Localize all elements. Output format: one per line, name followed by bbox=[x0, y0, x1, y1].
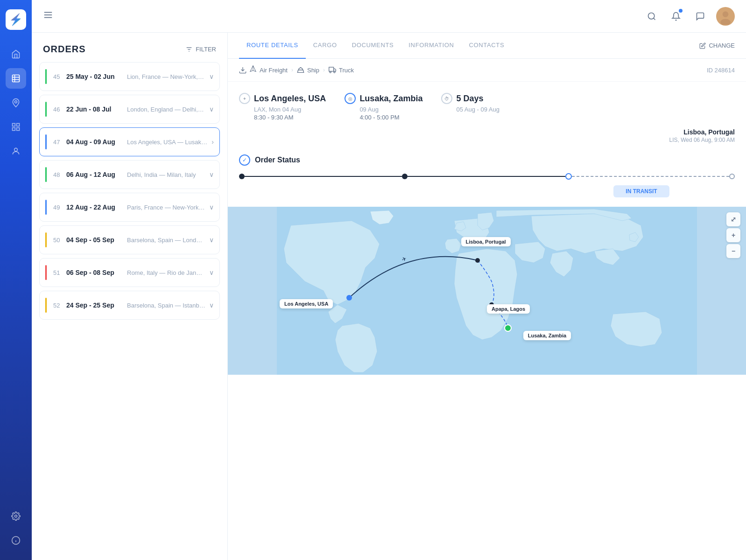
destination-time: 4:00 - 5:00 PM bbox=[359, 114, 422, 121]
bell-icon[interactable] bbox=[668, 8, 684, 25]
order-stripe bbox=[45, 232, 47, 247]
truck-label: Truck bbox=[339, 67, 354, 74]
svg-line-18 bbox=[654, 18, 655, 20]
order-dates: 06 Sep - 08 Sep bbox=[66, 269, 127, 276]
details-panel: ROUTE DETAILSCARGODOCUMENTSINFORMATIONCO… bbox=[228, 33, 746, 560]
order-chevron: ∨ bbox=[209, 171, 214, 178]
route-mode-ship: Ship bbox=[297, 66, 319, 74]
order-route: Los Angeles, USA — Lusaka, Za... bbox=[127, 139, 208, 146]
order-item-50[interactable]: 50 04 Sep - 05 Sep Barselona, Spain — Lo… bbox=[39, 225, 220, 254]
order-stripe bbox=[45, 200, 47, 215]
duration-icon: ⏱ bbox=[441, 93, 452, 104]
tab-cargo[interactable]: CARGO bbox=[306, 33, 345, 59]
order-item-47[interactable]: 47 04 Aug - 09 Aug Los Angeles, USA — Lu… bbox=[39, 127, 220, 156]
order-num: 45 bbox=[53, 73, 66, 80]
order-chevron: ∨ bbox=[209, 73, 214, 80]
order-route: Paris, France — New-York, USA bbox=[127, 204, 205, 211]
map-label-lagos: Apapa, Lagos bbox=[487, 304, 530, 314]
map-zoom-in-btn[interactable]: + bbox=[726, 228, 740, 242]
order-num: 52 bbox=[53, 302, 66, 309]
order-chevron: ∨ bbox=[209, 236, 214, 244]
nav-info[interactable] bbox=[6, 530, 26, 551]
waypoint-detail: LIS, Wed 06 Aug, 9:00 AM bbox=[239, 137, 735, 143]
nav-analytics[interactable] bbox=[6, 117, 26, 137]
order-item-46[interactable]: 46 22 Jun - 08 Jul London, England — Del… bbox=[39, 95, 220, 124]
notification-dot bbox=[679, 9, 683, 13]
order-num: 48 bbox=[53, 171, 66, 178]
order-route: Delhi, India — Milan, Italy bbox=[127, 171, 205, 178]
nav-icons bbox=[6, 44, 26, 506]
order-stripe bbox=[45, 298, 47, 313]
arrow-2: › bbox=[323, 67, 325, 73]
track-segment-1 bbox=[245, 176, 402, 177]
change-button[interactable]: CHANGE bbox=[699, 42, 735, 49]
nav-home[interactable] bbox=[6, 44, 26, 64]
map-label-lusaka: Lusaka, Zambia bbox=[523, 331, 571, 340]
nav-contacts[interactable] bbox=[6, 141, 26, 161]
order-stripe bbox=[45, 102, 47, 117]
svg-point-9 bbox=[14, 148, 18, 151]
order-route: London, England — Delhi, India bbox=[127, 106, 205, 113]
order-chevron: ∨ bbox=[209, 105, 214, 113]
menu-icon[interactable] bbox=[43, 10, 53, 22]
filter-button[interactable]: FILTER bbox=[185, 46, 216, 53]
svg-rect-0 bbox=[13, 75, 20, 82]
order-num: 50 bbox=[53, 237, 66, 244]
details-tabs: ROUTE DETAILSCARGODOCUMENTSINFORMATIONCO… bbox=[228, 33, 746, 59]
route-id: ID 248614 bbox=[707, 67, 735, 74]
order-route: Rome, Italy — Rio de Janeiro, Br... bbox=[127, 269, 205, 276]
nav-orders[interactable] bbox=[6, 68, 26, 89]
svg-rect-5 bbox=[13, 124, 15, 126]
status-label: Order Status bbox=[255, 156, 300, 164]
order-dates: 12 Aug - 22 Aug bbox=[66, 203, 127, 211]
svg-point-32 bbox=[346, 295, 352, 301]
nav-settings[interactable] bbox=[6, 506, 26, 526]
map-fullscreen-btn[interactable]: ⤢ bbox=[726, 212, 740, 226]
duration-block: ⏱ 5 Days 05 Aug - 09 Aug bbox=[441, 93, 500, 113]
tab-information[interactable]: INFORMATION bbox=[401, 33, 461, 59]
order-stripe bbox=[45, 134, 47, 149]
order-item-51[interactable]: 51 06 Sep - 08 Sep Rome, Italy — Rio de … bbox=[39, 258, 220, 287]
order-item-45[interactable]: 45 25 May - 02 Jun Lion, France — New-Yo… bbox=[39, 62, 220, 91]
orders-header: ORDERS FILTER bbox=[32, 33, 227, 62]
order-stripe bbox=[45, 69, 47, 84]
svg-rect-7 bbox=[13, 128, 15, 131]
order-route: Lion, France — New-York, USA bbox=[127, 73, 205, 80]
map-zoom-out-btn[interactable]: − bbox=[726, 244, 740, 258]
order-chevron: › bbox=[211, 138, 214, 146]
avatar[interactable] bbox=[716, 7, 735, 26]
order-item-52[interactable]: 52 24 Sep - 25 Sep Barselona, Spain — Is… bbox=[39, 291, 220, 320]
order-item-48[interactable]: 48 06 Aug - 12 Aug Delhi, India — Milan,… bbox=[39, 160, 220, 189]
app-logo[interactable]: ⚡ bbox=[6, 9, 26, 30]
order-num: 47 bbox=[53, 139, 66, 146]
map-controls: ⤢ + − bbox=[726, 212, 740, 258]
route-mode-truck: Truck bbox=[329, 66, 354, 74]
svg-rect-8 bbox=[17, 128, 20, 131]
order-num: 49 bbox=[53, 204, 66, 211]
map-label-lisboa: Lisboa, Portugal bbox=[461, 237, 511, 246]
origin-time: 8:30 - 9:30 AM bbox=[254, 114, 326, 121]
status-track bbox=[239, 173, 735, 180]
tab-contacts[interactable]: CONTACTS bbox=[462, 33, 512, 59]
chat-icon[interactable] bbox=[692, 8, 709, 25]
order-chevron: ∨ bbox=[209, 301, 214, 309]
origin-icon: + bbox=[239, 93, 250, 104]
tab-documents[interactable]: DOCUMENTS bbox=[345, 33, 401, 59]
svg-point-28 bbox=[330, 71, 331, 73]
topbar-actions bbox=[643, 7, 735, 26]
arrow-1: › bbox=[291, 67, 293, 73]
nav-location[interactable] bbox=[6, 92, 26, 113]
destination-name: Lusaka, Zambia bbox=[359, 94, 422, 104]
svg-rect-26 bbox=[329, 67, 334, 71]
orders-list: 45 25 May - 02 Jun Lion, France — New-Yo… bbox=[32, 62, 227, 560]
map-section: ✈ bbox=[228, 207, 746, 375]
in-transit-badge: IN TRANSIT bbox=[613, 185, 669, 197]
order-item-49[interactable]: 49 12 Aug - 22 Aug Paris, France — New-Y… bbox=[39, 193, 220, 222]
duration-sub: 05 Aug - 09 Aug bbox=[456, 106, 500, 113]
far-sidebar: ⚡ bbox=[0, 0, 32, 560]
tab-route-details[interactable]: ROUTE DETAILS bbox=[239, 33, 306, 59]
order-dates: 04 Sep - 05 Sep bbox=[66, 236, 127, 244]
search-icon[interactable] bbox=[643, 8, 660, 25]
order-chevron: ∨ bbox=[209, 203, 214, 211]
order-route: Barselona, Spain — London, En... bbox=[127, 237, 205, 244]
